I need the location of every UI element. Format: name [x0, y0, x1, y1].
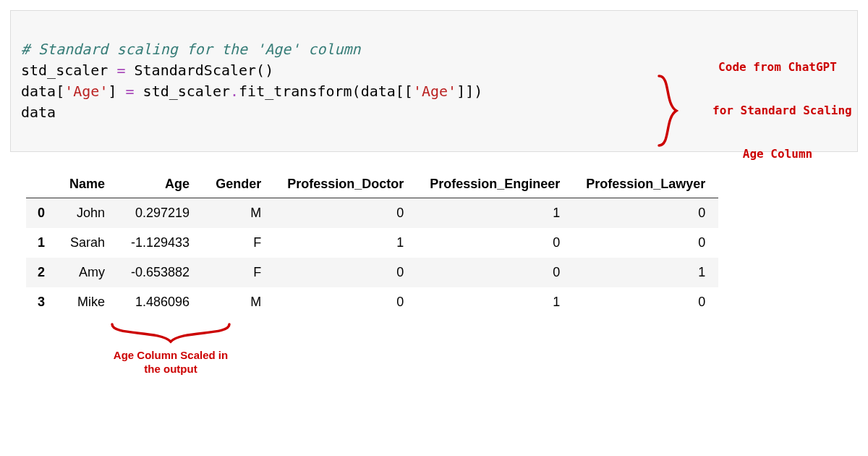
brace-bottom-icon	[106, 320, 236, 346]
code-comment: # Standard scaling for the 'Age' column	[21, 41, 361, 58]
annotation-line: Code from ChatGPT	[712, 60, 843, 75]
output-area: Name Age Gender Profession_Doctor Profes…	[10, 152, 858, 317]
cell: Sarah	[56, 228, 118, 258]
row-index: 1	[26, 228, 56, 258]
cell: 1	[573, 258, 718, 287]
cell: 0	[573, 228, 718, 258]
cell: 0	[573, 287, 718, 317]
cell: 0	[417, 258, 573, 287]
annotation-line: Age Column Scaled in	[106, 349, 236, 363]
column-header: Profession_Lawyer	[573, 171, 718, 198]
row-index: 2	[26, 258, 56, 287]
cell: M	[203, 198, 274, 229]
column-header: Name	[56, 171, 118, 198]
cell: Amy	[56, 258, 118, 287]
annotation-line: the output	[106, 363, 236, 376]
column-header: Gender	[203, 171, 274, 198]
row-index: 3	[26, 287, 56, 317]
code-token: ]])	[456, 83, 482, 100]
code-token: std_scaler	[135, 83, 230, 100]
annotation-line: for Standard Scaling	[712, 104, 843, 118]
dataframe-table: Name Age Gender Profession_Doctor Profes…	[26, 171, 718, 317]
cell: John	[56, 198, 118, 229]
column-header: Profession_Engineer	[417, 171, 573, 198]
table-header: Name Age Gender Profession_Doctor Profes…	[26, 171, 718, 198]
table-row: 2 Amy -0.653882 F 0 0 1	[26, 258, 718, 287]
cell: F	[203, 228, 274, 258]
code-token: =	[126, 83, 135, 100]
code-token: StandardScaler()	[126, 62, 274, 79]
annotation-bottom-text: Age Column Scaled in the output	[106, 349, 236, 376]
code-token: 'Age'	[64, 83, 108, 100]
code-token: fit_transform(data[[	[239, 83, 413, 100]
column-header: Profession_Doctor	[274, 171, 417, 198]
cell: 1	[417, 198, 573, 229]
cell: 0.297219	[118, 198, 203, 229]
code-token: ]	[108, 83, 125, 100]
cell: F	[203, 258, 274, 287]
table-row: 0 John 0.297219 M 0 1 0	[26, 198, 718, 229]
cell: 1	[274, 228, 417, 258]
cell: Mike	[56, 287, 118, 317]
code-token: =	[116, 62, 125, 79]
annotation-bottom: Age Column Scaled in the output	[106, 320, 236, 376]
code-token: 'Age'	[413, 83, 456, 100]
cell: 1	[417, 287, 573, 317]
code-cell: # Standard scaling for the 'Age' column …	[10, 10, 858, 152]
cell: 1.486096	[118, 287, 203, 317]
cell: 0	[274, 198, 417, 229]
cell: 0	[573, 198, 718, 229]
cell: M	[203, 287, 274, 317]
code-token: std_scaler	[21, 62, 116, 79]
table-row: 3 Mike 1.486096 M 0 1 0	[26, 287, 718, 317]
cell: 0	[274, 287, 417, 317]
code-token: data[	[21, 83, 64, 100]
column-header: Age	[118, 171, 203, 198]
cell: 0	[274, 258, 417, 287]
table-row: 1 Sarah -1.129433 F 1 0 0	[26, 228, 718, 258]
cell: 0	[417, 228, 573, 258]
cell: -1.129433	[118, 228, 203, 258]
row-index: 0	[26, 198, 56, 229]
code-token: .	[230, 83, 239, 100]
code-token: data	[21, 104, 56, 121]
index-header	[26, 171, 56, 198]
table-body: 0 John 0.297219 M 0 1 0 1 Sarah -1.12943…	[26, 198, 718, 318]
cell: -0.653882	[118, 258, 203, 287]
